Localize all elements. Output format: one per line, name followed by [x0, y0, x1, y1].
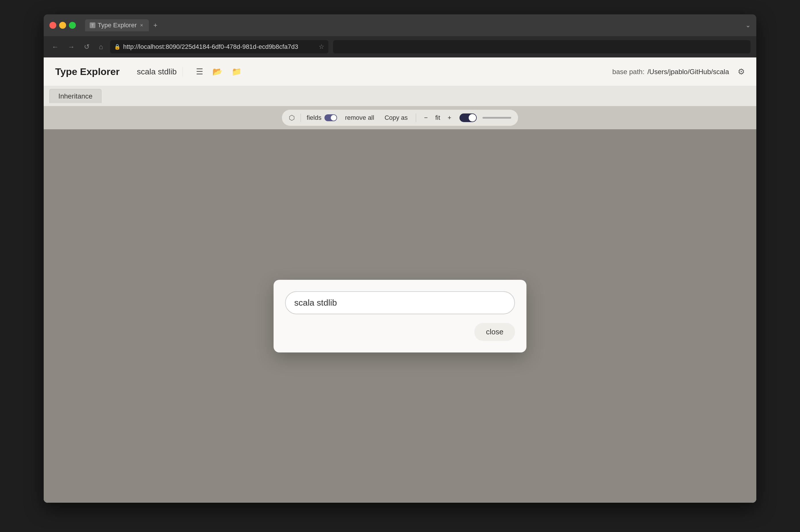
url-input[interactable]: 🔒 http://localhost:8090/225d4184-6df0-47… — [110, 40, 329, 53]
tab-favicon: T — [90, 22, 95, 28]
toolbar: ⬡ fields remove all Copy as − fit + — [44, 106, 756, 129]
modal-overlay: close — [44, 129, 756, 503]
tab-inheritance[interactable]: Inheritance — [50, 89, 101, 103]
lock-icon: 🔒 — [114, 44, 120, 50]
fields-toggle-switch[interactable] — [324, 114, 337, 121]
app-header: Type Explorer scala stdlib ☰ 📂 📁 base pa… — [44, 57, 756, 86]
header-icons: ☰ 📂 📁 — [194, 65, 243, 78]
fields-label: fields — [306, 114, 321, 121]
zoom-slider[interactable] — [482, 117, 511, 119]
list-icon[interactable]: ☰ — [194, 65, 205, 78]
close-button[interactable]: close — [475, 323, 515, 341]
forward-button[interactable]: → — [66, 42, 77, 52]
url-text: http://localhost:8090/225d4184-6df0-478d… — [123, 43, 316, 51]
app-content: Type Explorer scala stdlib ☰ 📂 📁 base pa… — [44, 57, 756, 503]
tab-title: Type Explorer — [98, 21, 137, 29]
folder-icon[interactable]: 📁 — [230, 65, 243, 78]
dark-mode-toggle[interactable] — [460, 113, 477, 122]
tab-close-button[interactable]: × — [139, 23, 144, 28]
chevron-down-icon[interactable]: ⌄ — [745, 21, 750, 29]
remove-all-button[interactable]: remove all — [343, 113, 376, 123]
back-button[interactable]: ← — [50, 42, 61, 52]
base-path-label: base path: — [612, 68, 645, 76]
toolbar-divider-2 — [416, 113, 416, 122]
url-bar: ← → ↺ ⌂ 🔒 http://localhost:8090/225d4184… — [44, 36, 756, 57]
folder-open-icon[interactable]: 📂 — [211, 65, 224, 78]
bookmark-icon[interactable]: ☆ — [319, 43, 324, 51]
title-bar: T Type Explorer × + ⌄ — [44, 14, 756, 36]
canvas-area: close — [44, 129, 756, 503]
toolbar-inner: ⬡ fields remove all Copy as − fit + — [282, 110, 518, 126]
base-path-area: base path: /Users/jpablo/GitHub/scala ⚙ — [612, 67, 745, 76]
zoom-out-button[interactable]: − — [422, 113, 430, 123]
modal-footer: close — [285, 323, 515, 341]
traffic-lights — [50, 22, 76, 29]
new-tab-button[interactable]: + — [151, 20, 160, 31]
fit-button[interactable]: fit — [433, 113, 443, 123]
home-button[interactable]: ⌂ — [96, 42, 106, 52]
app-logo: Type Explorer — [55, 66, 119, 77]
close-window-button[interactable] — [50, 22, 56, 29]
project-name: scala stdlib — [131, 67, 183, 76]
browser-toolbar-right — [333, 40, 751, 53]
minimize-window-button[interactable] — [59, 22, 66, 29]
maximize-window-button[interactable] — [69, 22, 76, 29]
base-path-value: /Users/jpablo/GitHub/scala — [647, 68, 729, 76]
settings-icon[interactable]: ⚙ — [738, 67, 745, 76]
browser-tab-active[interactable]: T Type Explorer × — [85, 19, 149, 31]
tabs-row: Inheritance — [44, 86, 756, 106]
fields-toggle: fields — [306, 114, 337, 121]
browser-window: T Type Explorer × + ⌄ ← → ↺ ⌂ 🔒 http://l… — [44, 14, 756, 503]
zoom-controls: − fit + — [422, 113, 454, 123]
toggle-knob — [331, 115, 336, 121]
graph-icon[interactable]: ⬡ — [289, 114, 295, 122]
copy-as-button[interactable]: Copy as — [382, 113, 410, 123]
dark-mode-toggle-knob — [469, 114, 476, 121]
search-input[interactable] — [285, 291, 515, 314]
tab-area: T Type Explorer × + — [85, 19, 160, 31]
search-modal: close — [274, 280, 526, 353]
reload-button[interactable]: ↺ — [81, 42, 92, 52]
zoom-in-button[interactable]: + — [445, 113, 454, 123]
